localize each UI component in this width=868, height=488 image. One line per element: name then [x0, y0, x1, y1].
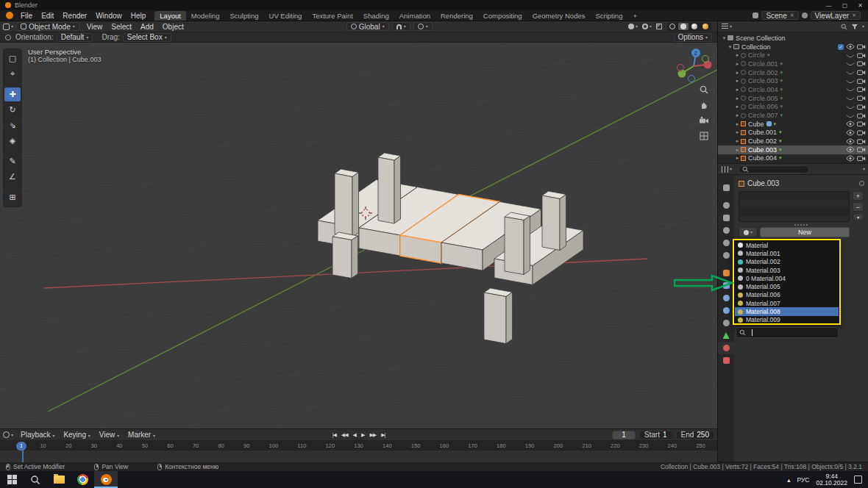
viewport-menu-select[interactable]: Select — [107, 23, 136, 31]
disclosure-icon[interactable]: ▸ — [734, 52, 741, 58]
workspace-tab-modeling[interactable]: Modeling — [186, 11, 225, 21]
tool-move[interactable]: ✚ — [4, 87, 21, 101]
shading-wireframe-button[interactable] — [667, 23, 677, 30]
workspace-tab-shading[interactable]: Shading — [358, 11, 394, 21]
tool-rotate[interactable]: ↻ — [4, 103, 21, 117]
disclosure-icon[interactable]: ▾ — [727, 44, 733, 50]
timeline-ruler[interactable]: 0102030405060708090100110120130140150160… — [0, 441, 717, 451]
disable-render-toggle[interactable] — [857, 69, 866, 76]
disable-render-toggle[interactable] — [857, 146, 866, 153]
editor-type-timeline-icon[interactable]: ▾ — [3, 431, 13, 438]
shading-solid-button[interactable] — [678, 23, 689, 30]
tool-scale[interactable]: ⇘ — [4, 118, 21, 132]
pan-hand-icon[interactable] — [698, 99, 710, 111]
outliner-item-circle[interactable]: ▸Circle▾ — [718, 51, 868, 60]
disclosure-icon[interactable]: ▸ — [734, 138, 741, 144]
disable-render-toggle[interactable] — [857, 60, 866, 67]
workspace-tab-sculpting[interactable]: Sculpting — [224, 11, 263, 21]
ortho-grid-icon[interactable] — [698, 130, 710, 142]
material-specials-button[interactable]: ▾ — [853, 213, 864, 220]
menu-window[interactable]: Window — [91, 12, 127, 20]
disable-render-toggle[interactable] — [857, 155, 866, 162]
remove-material-slot-button[interactable]: − — [853, 202, 864, 212]
action-center-icon[interactable] — [854, 476, 862, 484]
gizmo-neg-x-axis[interactable] — [677, 65, 684, 71]
hide-viewport-toggle[interactable] — [846, 69, 855, 76]
gizmo-neg-z-axis[interactable] — [689, 76, 695, 82]
hide-viewport-toggle[interactable] — [846, 129, 855, 136]
disclosure-icon[interactable]: ▸ — [734, 78, 741, 84]
outliner-item-collection[interactable]: ▾Collection✓ — [718, 43, 868, 51]
hide-viewport-toggle[interactable] — [846, 138, 855, 145]
material-search-input[interactable] — [736, 327, 839, 338]
tool-annotate[interactable]: ✎ — [4, 154, 21, 168]
disclosure-icon[interactable]: ▸ — [734, 112, 741, 118]
disable-render-toggle[interactable] — [857, 52, 866, 59]
hide-viewport-toggle[interactable] — [846, 146, 855, 153]
outliner-filter-icon[interactable] — [851, 24, 858, 30]
gizmo-neg-y-axis[interactable] — [702, 56, 709, 62]
hide-viewport-toggle[interactable] — [846, 86, 855, 93]
language-indicator[interactable]: РУС — [797, 476, 809, 484]
next-keyframe-button[interactable]: ▶▶ — [368, 432, 377, 438]
outliner-item-circle-001[interactable]: ▸Circle.001▾ — [718, 60, 868, 68]
hide-viewport-toggle[interactable] — [846, 60, 855, 67]
viewport-menu-add[interactable]: Add — [136, 23, 158, 31]
prev-keyframe-button[interactable]: ◀◀ — [340, 432, 349, 438]
material-option-material-007[interactable]: Material.007 — [735, 299, 839, 307]
disable-render-toggle[interactable] — [857, 78, 866, 85]
outliner-item-cube-001[interactable]: ▸Cube.001▾ — [718, 129, 868, 137]
xray-toggle[interactable] — [656, 24, 662, 29]
viewport-3d[interactable]: User Perspective (1) Collection | Cube.0… — [0, 43, 717, 428]
close-button[interactable]: ✕ — [858, 2, 863, 9]
hide-viewport-toggle[interactable] — [846, 52, 855, 59]
blender-taskbar-button[interactable] — [94, 471, 118, 488]
material-option-material[interactable]: Material — [735, 241, 839, 249]
mode-dropdown[interactable]: Object Mode▾ — [16, 22, 79, 31]
disclosure-icon[interactable]: ▸ — [734, 96, 741, 101]
disable-render-toggle[interactable] — [857, 104, 866, 110]
workspace-tab-uv-editing[interactable]: UV Editing — [264, 11, 307, 21]
properties-tab-object-data[interactable] — [718, 329, 734, 342]
current-frame-field[interactable]: 1 — [612, 431, 636, 439]
scene-unlink-icon[interactable]: ✕ — [790, 12, 794, 18]
pin-icon[interactable] — [859, 181, 864, 186]
outliner-item-circle-006[interactable]: ▸Circle.006▾ — [718, 103, 868, 112]
zoom-icon[interactable] — [698, 84, 710, 96]
material-slots-list[interactable] — [739, 191, 850, 222]
properties-tab-world[interactable] — [718, 249, 734, 262]
editor-type-properties-icon[interactable]: ▾ — [722, 166, 732, 173]
workspace-tab-compositing[interactable]: Compositing — [478, 11, 527, 21]
viewport-menu-view[interactable]: View — [82, 23, 107, 31]
menu-render[interactable]: Render — [58, 12, 91, 20]
frame-end-field[interactable]: End250 — [676, 431, 714, 439]
timeline-menu-playback[interactable]: Playback ▾ — [16, 431, 59, 439]
properties-tab-tool[interactable] — [718, 182, 734, 194]
timeline-track[interactable] — [0, 451, 717, 462]
properties-tab-constraints[interactable] — [718, 317, 734, 329]
material-option-material-005[interactable]: Material.005 — [735, 282, 839, 290]
frame-start-field[interactable]: Start1 — [639, 431, 672, 439]
disclosure-icon[interactable]: ▾ — [721, 35, 728, 41]
workspace-tab-texture-paint[interactable]: Texture Paint — [307, 11, 357, 21]
drag-value-dropdown[interactable]: Select Box▾ — [123, 33, 171, 42]
editor-type-viewport-icon[interactable]: ▾ — [3, 24, 13, 30]
visibility-dropdown[interactable]: ▾ — [628, 24, 638, 29]
maximize-button[interactable]: ▢ — [842, 2, 848, 9]
properties-search-input[interactable] — [739, 165, 809, 173]
outliner-search-icon[interactable] — [841, 24, 847, 30]
proportional-edit-toggle[interactable]: ▾ — [413, 22, 433, 31]
transform-orientation-dropdown[interactable]: Global▾ — [346, 22, 389, 31]
minimize-button[interactable]: — — [826, 2, 832, 9]
timeline-menu-keying[interactable]: Keying ▾ — [59, 431, 94, 439]
hide-viewport-toggle[interactable] — [846, 43, 855, 50]
disclosure-icon[interactable]: ▸ — [734, 70, 741, 76]
properties-tab-scene[interactable] — [718, 237, 734, 249]
properties-tab-view-layer[interactable] — [718, 224, 734, 237]
disable-render-toggle[interactable] — [857, 86, 866, 93]
disable-render-toggle[interactable] — [857, 129, 866, 136]
outliner-item-circle-002[interactable]: ▸Circle.002▾ — [718, 68, 868, 77]
shading-rendered-button[interactable] — [700, 23, 711, 30]
play-button[interactable]: ▶ — [360, 432, 366, 438]
viewlayer-selector[interactable]: ViewLayer✕ — [811, 11, 861, 20]
